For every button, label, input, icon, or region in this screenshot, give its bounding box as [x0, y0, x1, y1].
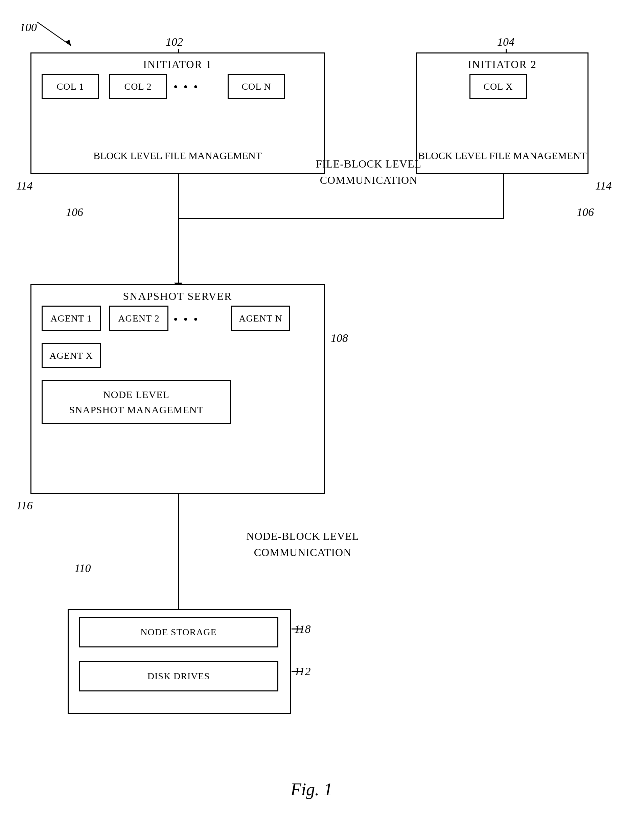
- disk-drives-box: DISK DRIVES: [79, 661, 278, 691]
- line-h-cross: [178, 218, 503, 219]
- colx-box: COL X: [470, 74, 527, 99]
- agentx-label: AGENT X: [49, 350, 93, 361]
- col1-label: COL 1: [57, 81, 84, 92]
- disk-drives-label: DISK DRIVES: [147, 671, 210, 682]
- line-ref-112: [292, 671, 302, 672]
- agent2-box: AGENT 2: [109, 306, 169, 331]
- ref-108: 108: [331, 332, 348, 345]
- svg-line-0: [37, 22, 71, 46]
- initiator1-box: INITIATOR 1 COL 1 COL 2 • • • COL N BLOC…: [31, 52, 325, 174]
- line-down-to-server: [178, 218, 179, 286]
- ref-114b: 114: [595, 179, 612, 192]
- node-storage-inner-box: NODE STORAGE: [79, 617, 278, 648]
- initiator2-label: INITIATOR 2: [417, 58, 588, 71]
- col2-box: COL 2: [109, 74, 167, 99]
- file-block-comm-label: FILE-BLOCK LEVEL COMMUNICATION: [294, 156, 443, 188]
- colx-label: COL X: [483, 81, 513, 92]
- ref-104: 104: [497, 35, 514, 48]
- ref-106b: 106: [577, 206, 594, 218]
- col2-label: COL 2: [124, 81, 152, 92]
- ref-110: 110: [74, 562, 91, 575]
- coln-label: COL N: [241, 81, 271, 92]
- agent1-box: AGENT 1: [41, 306, 101, 331]
- ref-114a: 114: [16, 179, 32, 192]
- node-storage-label: NODE STORAGE: [140, 627, 216, 638]
- agentn-label: AGENT N: [239, 313, 282, 324]
- ref-106a: 106: [66, 206, 83, 218]
- agent2-label: AGENT 2: [118, 313, 159, 324]
- ref-102: 102: [166, 35, 183, 48]
- node-block-comm-label: NODE-BLOCK LEVEL COMMUNICATION: [220, 528, 385, 560]
- col-dots: • • •: [173, 80, 199, 94]
- line-server-to-storage: [178, 494, 179, 614]
- col1-box: COL 1: [41, 74, 99, 99]
- ref-100-arrow: [34, 18, 78, 52]
- figure-label: Fig. 1: [290, 779, 333, 799]
- initiator1-label: INITIATOR 1: [31, 58, 324, 71]
- line-ref-118: [292, 628, 302, 629]
- coln-box: COL N: [228, 74, 285, 99]
- node-level-snapshot-label: NODE LEVEL SNAPSHOT MANAGEMENT: [69, 387, 204, 417]
- node-storage-outer-box: NODE STORAGE DISK DRIVES: [68, 609, 291, 714]
- agent-dots: • • •: [173, 312, 199, 326]
- snapshot-server-label: SNAPSHOT SERVER: [31, 290, 324, 303]
- snapshot-server-box: SNAPSHOT SERVER AGENT 1 AGENT 2 • • • AG…: [31, 284, 325, 494]
- node-level-snapshot-box: NODE LEVEL SNAPSHOT MANAGEMENT: [41, 380, 231, 424]
- agentn-box: AGENT N: [231, 306, 290, 331]
- agent1-label: AGENT 1: [51, 313, 92, 324]
- diagram: 100 102 104 INITIATOR 1 COL 1 COL 2 • • …: [0, 0, 623, 840]
- agentx-box: AGENT X: [41, 343, 101, 368]
- line-init2-down2: [503, 208, 504, 219]
- block-level-file-mgmt-1-label: BLOCK LEVEL FILE MANAGEMENT: [31, 148, 324, 163]
- ref-116: 116: [16, 499, 32, 512]
